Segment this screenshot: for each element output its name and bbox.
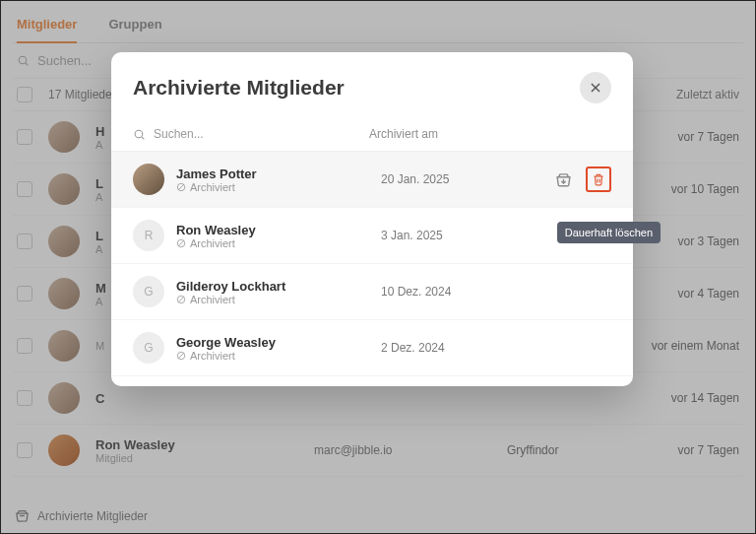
member-name: James Potter: [176, 167, 369, 181]
modal-search-placeholder: Suchen...: [154, 127, 204, 141]
modal-search-input[interactable]: Suchen...: [133, 127, 369, 141]
archived-row[interactable]: R Ron Weasley Archiviert 3 Jan. 2025: [111, 208, 633, 264]
modal-search-row: Suchen... Archiviert am: [111, 115, 633, 152]
ban-icon: [176, 295, 186, 304]
delete-icon[interactable]: [586, 167, 611, 192]
member-info: Ron Weasley Archiviert: [176, 223, 369, 249]
member-name: Ron Weasley: [176, 223, 369, 237]
archived-date: 2 Dez. 2024: [381, 341, 509, 355]
ban-icon: [176, 182, 186, 192]
modal-date-header: Archiviert am: [369, 127, 438, 141]
search-icon: [133, 128, 146, 141]
svg-line-13: [178, 297, 184, 302]
svg-line-7: [178, 184, 184, 190]
close-icon: [589, 81, 602, 95]
member-status: Archiviert: [176, 350, 369, 362]
member-status: Archiviert: [176, 237, 369, 249]
ban-icon: [176, 238, 186, 248]
archived-date: 20 Jan. 2025: [381, 172, 509, 186]
member-status: Archiviert: [176, 294, 369, 305]
archived-members-modal: Archivierte Mitglieder Suchen... Archivi…: [111, 52, 633, 386]
svg-line-11: [178, 240, 184, 246]
member-name: George Weasley: [176, 335, 369, 350]
member-info: James Potter Archiviert: [176, 167, 369, 193]
avatar: [133, 164, 164, 195]
svg-point-4: [135, 130, 143, 138]
modal-title: Archivierte Mitglieder: [133, 76, 345, 100]
avatar: R: [133, 220, 164, 251]
archived-date: 10 Dez. 2024: [381, 285, 509, 299]
close-button[interactable]: [580, 72, 611, 103]
archived-row[interactable]: James Potter Archiviert 20 Jan. 2025: [111, 152, 633, 208]
svg-line-15: [178, 353, 184, 359]
avatar: G: [133, 332, 164, 364]
member-name: Gilderoy Lockhart: [176, 279, 369, 294]
member-status: Archiviert: [176, 181, 369, 193]
ban-icon: [176, 351, 186, 361]
archived-row[interactable]: G Gilderoy Lockhart Archiviert 10 Dez. 2…: [111, 264, 633, 320]
svg-line-5: [142, 137, 144, 139]
member-info: Gilderoy Lockhart Archiviert: [176, 279, 369, 305]
archived-row[interactable]: G George Weasley Archiviert 2 Dez. 2024: [111, 320, 633, 376]
delete-tooltip: Dauerhaft löschen: [557, 222, 661, 243]
member-info: George Weasley Archiviert: [176, 335, 369, 362]
restore-icon[interactable]: [555, 171, 572, 188]
avatar: G: [133, 276, 164, 307]
archived-date: 3 Jan. 2025: [381, 229, 509, 242]
